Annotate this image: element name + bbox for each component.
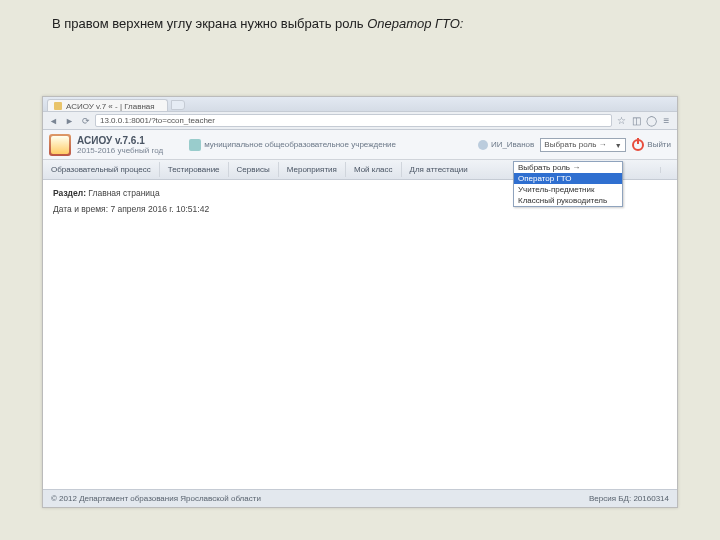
menu-my-class[interactable]: Мой класс xyxy=(345,162,401,177)
datetime-label: Дата и время: xyxy=(53,204,108,214)
url-text: 13.0.0.1:8001/?to=ссоп_teacher xyxy=(100,116,215,125)
logout-button[interactable]: Выйти xyxy=(632,139,671,151)
browser-window: АСИОУ v.7 « - | Главная ◄ ► ⟳ 13.0.0.1:8… xyxy=(42,96,678,508)
footer-version: Версия БД: 20160314 xyxy=(589,494,669,503)
section-value: Главная страница xyxy=(88,188,159,198)
footer-copyright: © 2012 Департамент образования Ярославск… xyxy=(51,494,261,503)
menu-testing[interactable]: Тестирование xyxy=(159,162,228,177)
menu-right-item[interactable] xyxy=(660,167,673,173)
role-selected-text: Выбрать роль → xyxy=(544,140,606,149)
footer: © 2012 Департамент образования Ярославск… xyxy=(43,489,677,507)
app-logo xyxy=(49,134,71,156)
menu-icon[interactable]: ≡ xyxy=(660,114,673,127)
section-label: Раздел: xyxy=(53,188,86,198)
app-title: АСИОУ v.7.6.1 xyxy=(77,135,163,146)
star-icon[interactable]: ☆ xyxy=(615,114,628,127)
menu-services[interactable]: Сервисы xyxy=(228,162,278,177)
back-button[interactable]: ◄ xyxy=(47,114,60,127)
role-option-operator-gto[interactable]: Оператор ГТО xyxy=(514,173,622,184)
logout-label: Выйти xyxy=(647,140,671,149)
menu-attestation[interactable]: Для аттестации xyxy=(401,162,476,177)
tab-strip: АСИОУ v.7 « - | Главная xyxy=(43,97,677,112)
user-block[interactable]: ИИ_Иванов xyxy=(478,140,534,150)
org-icon xyxy=(189,139,201,151)
extension-icon[interactable]: ◫ xyxy=(630,114,643,127)
new-tab-button[interactable] xyxy=(171,100,185,110)
user-circle-icon[interactable]: ◯ xyxy=(645,114,658,127)
forward-button[interactable]: ► xyxy=(63,114,76,127)
role-option-class-head[interactable]: Классный руководитель xyxy=(514,195,622,206)
role-option-teacher[interactable]: Учитель-предметник xyxy=(514,184,622,195)
menu-edu-process[interactable]: Образовательный процесс xyxy=(47,162,159,177)
browser-tab[interactable]: АСИОУ v.7 « - | Главная xyxy=(47,99,168,111)
app-year: 2015-2016 учебный год xyxy=(77,146,163,155)
instruction-prefix: В правом верхнем углу экрана нужно выбра… xyxy=(52,16,367,31)
instruction-text: В правом верхнем углу экрана нужно выбра… xyxy=(52,16,463,31)
role-dropdown: Выбрать роль → Оператор ГТО Учитель-пред… xyxy=(513,161,623,207)
instruction-role: Оператор ГТО: xyxy=(367,16,463,31)
app-header: АСИОУ v.7.6.1 2015-2016 учебный год муни… xyxy=(43,130,677,160)
user-name: ИИ_Иванов xyxy=(491,140,534,149)
tab-favicon xyxy=(54,102,62,110)
menu-events[interactable]: Мероприятия xyxy=(278,162,345,177)
role-option-placeholder[interactable]: Выбрать роль → xyxy=(514,162,622,173)
menu-right xyxy=(660,167,673,173)
chrome-toolbar-right: ☆ ◫ ◯ ≡ xyxy=(615,114,673,127)
app-org-text: муниципальное общеобразовательное учрежд… xyxy=(204,140,396,149)
datetime-value: 7 апреля 2016 г. 10:51:42 xyxy=(110,204,209,214)
url-field[interactable]: 13.0.0.1:8001/?to=ссоп_teacher xyxy=(95,114,612,127)
power-icon xyxy=(632,139,644,151)
reload-button[interactable]: ⟳ xyxy=(79,114,92,127)
url-bar: ◄ ► ⟳ 13.0.0.1:8001/?to=ссоп_teacher ☆ ◫… xyxy=(43,112,677,130)
chevron-down-icon: ▼ xyxy=(613,141,623,151)
app-title-block: АСИОУ v.7.6.1 2015-2016 учебный год xyxy=(77,135,163,155)
app-org: муниципальное общеобразовательное учрежд… xyxy=(189,139,396,151)
user-icon xyxy=(478,140,488,150)
content-area: Раздел: Главная страница Дата и время: 7… xyxy=(43,180,677,489)
role-select[interactable]: Выбрать роль → ▼ xyxy=(540,138,626,152)
tab-title: АСИОУ v.7 « - | Главная xyxy=(66,102,155,111)
